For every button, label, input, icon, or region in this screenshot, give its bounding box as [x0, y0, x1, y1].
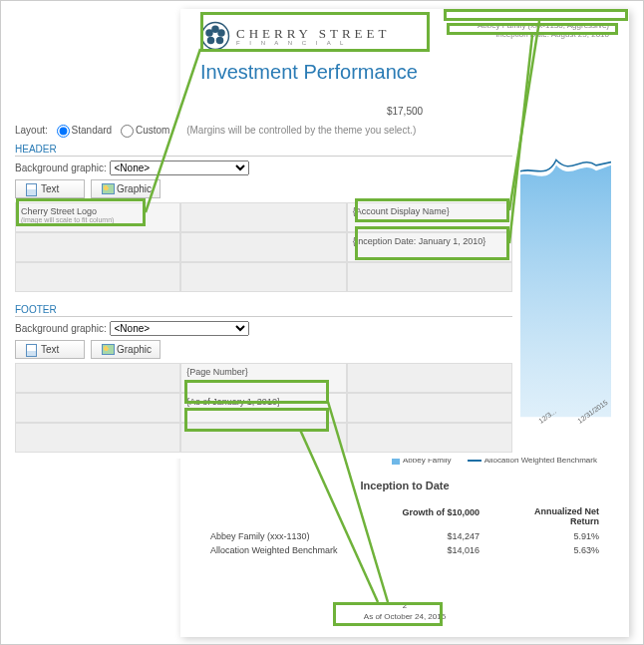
cherry-street-logo-icon: [200, 21, 230, 51]
col-growth: Growth of $10,000: [390, 507, 480, 527]
header-section-label: HEADER: [15, 144, 512, 157]
layout-custom-radio[interactable]: [121, 125, 134, 138]
report-title: Investment Performance: [200, 61, 609, 84]
layout-standard-radio[interactable]: [57, 125, 70, 138]
text-icon: [26, 183, 37, 194]
svg-point-2: [217, 29, 225, 37]
footer-cell-0-2[interactable]: [348, 364, 511, 392]
footer-cell-2-0[interactable]: [16, 424, 179, 452]
section-title: Inception to Date: [180, 480, 629, 491]
graphic-icon: [102, 344, 113, 355]
layout-config-panel: Layout: Standard Custom (Margins will be…: [7, 119, 520, 459]
svg-point-5: [205, 29, 213, 37]
report-meta: Abbey Family (xxx-1130, Aggressive) Ince…: [478, 21, 609, 39]
add-text-button[interactable]: Text: [15, 340, 85, 359]
footer-cell-1-2[interactable]: [348, 394, 511, 422]
footer-cell-2-2[interactable]: [348, 424, 511, 452]
footer-grid[interactable]: {Page Number} {As of January 1, 2010}: [15, 363, 512, 453]
footer-section-label: FOOTER: [15, 304, 512, 317]
header-bg-select[interactable]: <None>: [110, 161, 249, 175]
header-cell-1-0[interactable]: [16, 233, 179, 261]
add-text-button[interactable]: Text: [15, 179, 85, 198]
header-grid[interactable]: Cherry Street Logo (image will scale to …: [15, 202, 512, 292]
as-of-date: As of October 24, 2016: [180, 612, 629, 621]
footer-bg-select[interactable]: <None>: [110, 321, 249, 336]
table-row: Allocation Weighted Benchmark $14,0165.6…: [210, 545, 599, 555]
add-graphic-button[interactable]: Graphic: [91, 340, 161, 359]
page-number: 2: [180, 601, 629, 610]
header-cell-1-2[interactable]: {Inception Date: January 1, 2010}: [348, 233, 511, 261]
header-cell-2-0[interactable]: [16, 263, 179, 291]
report-footer: 2 As of October 24, 2016: [180, 601, 629, 621]
footer-cell-0-1[interactable]: {Page Number}: [181, 364, 345, 392]
svg-point-6: [213, 34, 218, 39]
header-cell-0-1[interactable]: [181, 203, 345, 231]
legend-line-icon: [468, 460, 482, 462]
bg-graphic-label: Background graphic:: [15, 162, 107, 173]
svg-point-4: [207, 37, 215, 45]
header-cell-0-0[interactable]: Cherry Street Logo (image will scale to …: [16, 203, 179, 231]
logo-name: CHERRY STREET: [236, 27, 390, 40]
bg-graphic-label: Background graphic:: [15, 323, 107, 334]
footer-cell-1-0[interactable]: [16, 394, 179, 422]
account-display-name: Abbey Family (xxx-1130, Aggressive): [478, 21, 609, 30]
svg-point-3: [216, 37, 224, 45]
logo-block: CHERRY STREET F I N A N C I A L: [200, 21, 390, 51]
header-cell-2-1[interactable]: [181, 263, 345, 291]
amount-label: $17,500: [200, 106, 609, 117]
text-icon: [26, 344, 37, 355]
add-graphic-button[interactable]: Graphic: [91, 179, 161, 198]
inception-table: Growth of $10,000 Annualized Net Return …: [210, 507, 599, 555]
header-cell-0-2[interactable]: {Account Display Name}: [348, 203, 511, 231]
footer-cell-2-1[interactable]: [181, 424, 345, 452]
footer-cell-0-0[interactable]: [16, 364, 179, 392]
layout-row: Layout: Standard Custom (Margins will be…: [15, 125, 512, 138]
report-header: CHERRY STREET F I N A N C I A L Abbey Fa…: [200, 21, 609, 51]
col-return: Annualized Net Return: [509, 507, 599, 527]
footer-cell-1-1[interactable]: {As of January 1, 2010}: [181, 394, 345, 422]
header-cell-2-2[interactable]: [348, 263, 511, 291]
table-row: Abbey Family (xxx-1130) $14,2475.91%: [210, 531, 599, 541]
graphic-icon: [102, 183, 113, 194]
layout-label: Layout:: [15, 125, 48, 136]
header-cell-1-1[interactable]: [181, 233, 345, 261]
margin-hint: (Margins will be controlled by the theme…: [186, 125, 416, 136]
inception-date: Inception Date: August 25, 2010: [478, 30, 609, 39]
